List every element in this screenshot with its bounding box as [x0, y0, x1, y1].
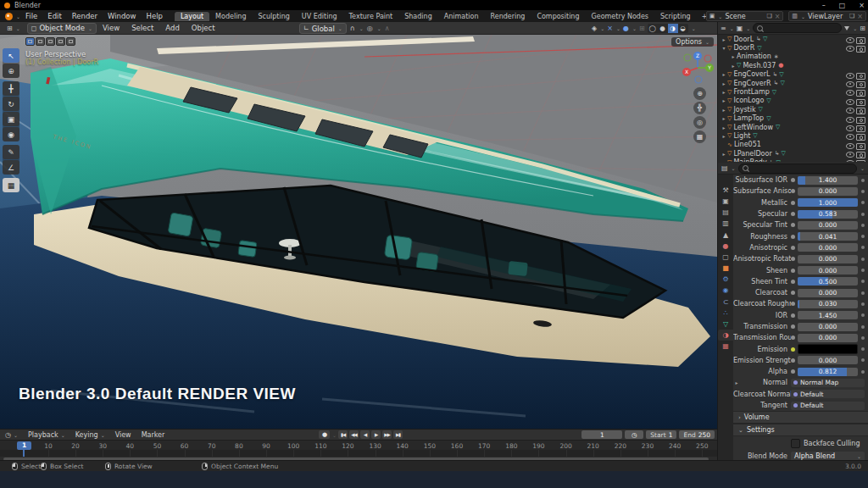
unlink-scene-icon[interactable]: × [775, 13, 781, 20]
property-link-field[interactable]: Default [791, 402, 865, 410]
tab-geometry-nodes[interactable]: Geometry Nodes [586, 12, 654, 21]
hide-in-viewport-eye-icon[interactable] [846, 81, 854, 87]
outliner-row-mainbody[interactable]: ▸▽MainBody↳▽ [718, 158, 868, 162]
view-layer-selector[interactable]: ▥ ⌄ ViewLayer ❏ × [788, 11, 866, 21]
viewport-menu-view[interactable]: View [97, 24, 125, 32]
tab-animation[interactable]: Animation [438, 12, 485, 21]
animate-dot-icon[interactable] [791, 291, 795, 295]
extras-dot-icon[interactable] [861, 313, 865, 317]
extras-dot-icon[interactable] [861, 302, 865, 306]
tab-rendering[interactable]: Rendering [485, 12, 531, 21]
menu-render[interactable]: Render [67, 12, 103, 20]
expand-arrow-icon[interactable]: ▸ [721, 159, 727, 162]
properties-tab-modifiers[interactable]: ⚙ [718, 274, 733, 285]
property-link-field[interactable]: Default [791, 390, 865, 398]
property-slider[interactable]: 0.000 [798, 255, 858, 263]
tab-texture-paint[interactable]: Texture Paint [343, 12, 399, 21]
select-mode-subtract[interactable] [46, 37, 55, 46]
animate-dot-icon[interactable] [791, 223, 795, 227]
outliner-filter-type-icon[interactable]: ▣ [737, 25, 743, 32]
animate-dot-icon[interactable] [791, 246, 795, 250]
mode-dropdown[interactable]: ◻ Object Mode ⌄ [27, 23, 97, 34]
animate-dot-icon[interactable] [791, 178, 795, 182]
property-slider[interactable]: 0.812 [798, 368, 858, 376]
tab-layout[interactable]: Layout [175, 12, 209, 21]
timeline-track[interactable] [0, 450, 717, 457]
property-slider[interactable]: 0.030 [798, 300, 858, 308]
property-slider[interactable]: 0.000 [798, 323, 858, 331]
tab-uv-editing[interactable]: UV Editing [296, 12, 343, 21]
outliner-row-doorr[interactable]: ▾▽DoorR▽ [718, 43, 868, 52]
viewport-pan-button[interactable]: ╬ [693, 102, 706, 114]
property-slider[interactable]: 1.450 [798, 311, 858, 319]
expand-arrow-icon[interactable]: ▸ [721, 115, 727, 121]
extras-dot-icon[interactable] [861, 224, 865, 227]
animate-dot-icon[interactable] [791, 302, 795, 306]
expand-arrow-icon[interactable]: ▸ [721, 151, 727, 157]
menu-file[interactable]: File [20, 12, 42, 20]
property-slider[interactable]: 0.583 [798, 210, 858, 219]
viewport-zoom-button[interactable]: ⊕ [693, 87, 706, 100]
extras-dot-icon[interactable] [861, 213, 865, 216]
animate-dot-icon[interactable] [791, 280, 795, 284]
timeline-menu-view[interactable]: View [110, 431, 136, 439]
hide-in-viewport-eye-icon[interactable] [846, 143, 854, 149]
tool-add-cube[interactable]: ▦ [3, 178, 19, 192]
outliner-search-input[interactable] [753, 23, 842, 33]
3d-viewport[interactable]: THE ICON Options ⌄ User Perspective (1) … [0, 35, 717, 429]
properties-tab-material[interactable]: ◑ [718, 330, 733, 341]
properties-tab-world[interactable]: ● [718, 241, 733, 252]
extras-dot-icon[interactable] [861, 269, 865, 272]
tool-transform[interactable]: ◉ [3, 127, 19, 141]
properties-tab-object[interactable]: ■ [718, 263, 733, 274]
extras-dot-icon[interactable] [861, 347, 865, 351]
timeline-menu-playback[interactable]: Playback⌄ [23, 431, 70, 439]
expand-arrow-icon[interactable]: ▸ [721, 133, 727, 139]
extras-dot-icon[interactable] [861, 258, 865, 261]
select-mode-invert[interactable] [56, 37, 65, 46]
tab-compositing[interactable]: Compositing [531, 12, 585, 21]
editor-type-button[interactable]: ⊞ ⌄ [3, 24, 24, 33]
properties-tab-view-layer[interactable]: ▥ [718, 218, 733, 229]
property-slider[interactable]: 0.000 [798, 334, 858, 342]
tab-sculpting[interactable]: Sculpting [253, 12, 296, 21]
expand-arrow-icon[interactable]: ▸ [721, 89, 727, 95]
animate-dot-icon[interactable] [791, 189, 795, 193]
tool-annotate[interactable]: ✎ [3, 145, 19, 159]
expand-arrow-icon[interactable]: ▸ [721, 97, 727, 103]
animate-dot-icon[interactable] [791, 235, 795, 239]
properties-tab-output[interactable]: ▤ [718, 207, 733, 218]
shading-rendered-icon[interactable]: ◒ [678, 24, 688, 33]
options-dropdown[interactable]: Options ⌄ [671, 37, 714, 47]
new-scene-icon[interactable]: ❏ [766, 13, 771, 19]
expand-arrow-icon[interactable]: ▸ [730, 53, 737, 59]
tool-rotate[interactable]: ↻ [3, 97, 19, 111]
close-button[interactable]: × [859, 2, 865, 9]
snap-magnet-icon[interactable]: ∩ [350, 25, 355, 32]
menu-help[interactable]: Help [142, 12, 168, 20]
outliner-row-line051[interactable]: ∿Line051 [718, 141, 868, 149]
property-link-field[interactable]: Normal Map [791, 379, 865, 387]
property-slider[interactable]: 0.000 [798, 266, 858, 274]
extras-dot-icon[interactable] [861, 291, 865, 295]
property-slider[interactable]: 0.000 [798, 356, 858, 364]
extras-dot-icon[interactable] [861, 190, 865, 193]
menu-window[interactable]: Window [103, 12, 142, 20]
extras-dot-icon[interactable] [861, 325, 865, 329]
hide-in-viewport-eye-icon[interactable] [846, 125, 854, 131]
properties-tab-render[interactable]: ▣ [718, 196, 733, 207]
hide-in-viewport-eye-icon[interactable] [846, 134, 854, 140]
properties-search-input[interactable] [738, 164, 857, 174]
outliner-display-mode-icon[interactable]: ≡ [721, 25, 726, 32]
new-collection-icon[interactable]: ⊞ [860, 25, 865, 32]
minimize-button[interactable]: – [822, 2, 826, 9]
tab-modeling[interactable]: Modeling [209, 12, 252, 21]
property-slider[interactable]: 0.000 [798, 243, 858, 252]
viewport-camera-view-button[interactable]: ◎ [693, 116, 706, 129]
property-slider[interactable]: 0.000 [798, 221, 858, 230]
tool-scale[interactable]: ▣ [3, 112, 19, 126]
outliner-row-iconlogo[interactable]: ▸▽IconLogo▽ [718, 97, 868, 105]
timeline-ruler[interactable]: 1020304050607080901001101201301401501601… [0, 440, 717, 450]
property-slider[interactable]: 1.000 [798, 198, 858, 207]
property-slider[interactable]: 0.000 [798, 289, 858, 297]
